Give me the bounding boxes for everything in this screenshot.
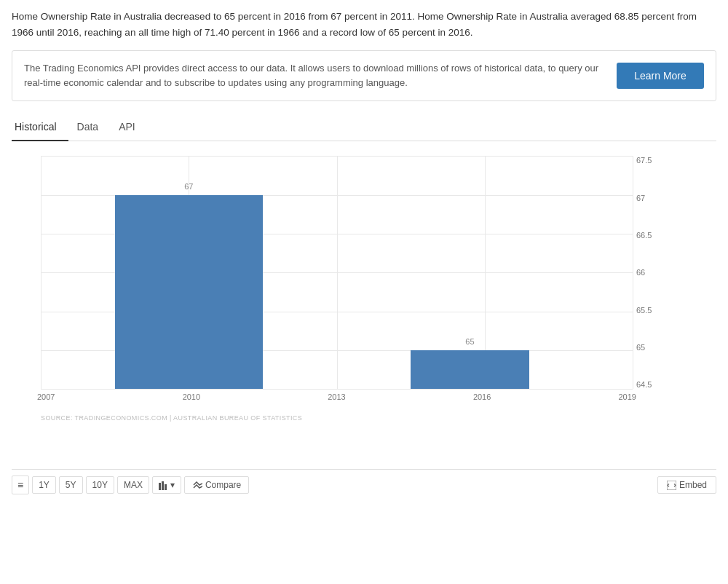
period-10y-button[interactable]: 10Y <box>86 476 114 494</box>
y-label-645: 64.5 <box>636 380 652 389</box>
chart-toolbar: ≡ 1Y 5Y 10Y MAX ▾ Compare Embed <box>12 469 716 497</box>
tabs-container: Historical Data API <box>12 114 716 141</box>
tab-api[interactable]: API <box>116 115 147 141</box>
chart-type-dropdown-arrow: ▾ <box>170 480 175 490</box>
grid-view-button[interactable]: ≡ <box>12 476 29 494</box>
svg-rect-0 <box>159 483 161 490</box>
period-1y-button[interactable]: 1Y <box>32 476 56 494</box>
x-label-2010: 2010 <box>183 392 200 401</box>
bar-label-2016: 65 <box>411 337 529 346</box>
period-max-button[interactable]: MAX <box>117 476 149 494</box>
tab-data[interactable]: Data <box>74 115 111 141</box>
learn-more-button[interactable]: Learn More <box>617 63 704 89</box>
svg-rect-1 <box>162 481 164 490</box>
tab-historical[interactable]: Historical <box>12 115 68 141</box>
period-5y-button[interactable]: 5Y <box>59 476 83 494</box>
bar-2010: 67 <box>115 195 263 390</box>
embed-button[interactable]: Embed <box>657 476 716 494</box>
api-box: The Trading Economics API provides direc… <box>12 50 716 101</box>
bar-2016: 65 <box>411 350 529 389</box>
description-text: Home Ownership Rate in Australia decreas… <box>12 9 716 40</box>
y-label-675: 67.5 <box>636 156 652 165</box>
x-label-2013: 2013 <box>328 392 345 401</box>
y-label-665: 66.5 <box>636 231 652 240</box>
compare-icon <box>192 480 202 490</box>
y-label-67: 67 <box>636 194 645 202</box>
y-label-655: 65.5 <box>636 306 652 315</box>
x-label-2007: 2007 <box>37 392 55 401</box>
x-label-2016: 2016 <box>473 392 491 401</box>
bar-label-2010: 67 <box>115 182 263 191</box>
y-label-66: 66 <box>636 268 645 277</box>
svg-rect-3 <box>667 481 676 490</box>
embed-icon <box>667 481 676 490</box>
api-description: The Trading Economics API provides direc… <box>24 61 602 90</box>
chart-type-button[interactable]: ▾ <box>152 476 181 494</box>
svg-rect-2 <box>165 484 167 490</box>
chart-container: 67.5 67 66.5 66 65.5 65 64.5 <box>12 156 716 469</box>
bar-chart-icon <box>159 480 169 490</box>
compare-button[interactable]: Compare <box>184 476 249 494</box>
chart-source: SOURCE: TRADINGECONOMICS.COM | AUSTRALIA… <box>41 414 302 422</box>
x-label-2019: 2019 <box>619 392 636 401</box>
y-label-65: 65 <box>636 343 645 352</box>
